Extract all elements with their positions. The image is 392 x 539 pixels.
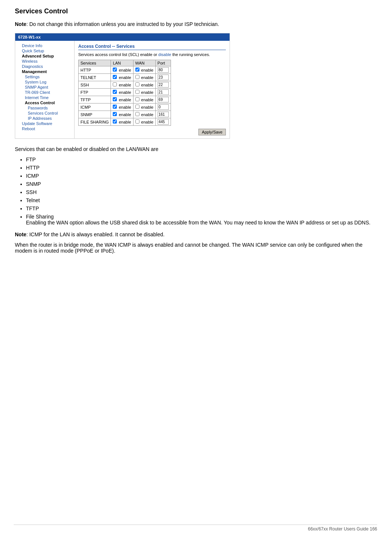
service-name: SSH bbox=[79, 81, 111, 89]
nav-quick-setup[interactable]: Quick Setup bbox=[15, 48, 74, 53]
wan-cell[interactable]: enable bbox=[133, 66, 155, 74]
router-nav: Device Info Quick Setup Advanced Setup W… bbox=[15, 41, 75, 138]
port-cell[interactable] bbox=[155, 103, 171, 111]
service-name: TFTP bbox=[79, 96, 111, 103]
lan-checkbox[interactable] bbox=[113, 90, 117, 94]
note-line-1: Note: Do not change this information unl… bbox=[15, 21, 377, 27]
wan-checkbox[interactable] bbox=[135, 105, 139, 109]
wan-label: enable bbox=[140, 83, 154, 87]
service-name: HTTP bbox=[79, 66, 111, 74]
apply-save-button[interactable]: Apply/Save bbox=[198, 129, 226, 135]
port-cell[interactable] bbox=[155, 89, 171, 96]
service-name: FILE SHARING bbox=[79, 118, 111, 126]
desc-end: the running services. bbox=[171, 52, 210, 57]
nav-management[interactable]: Management bbox=[15, 69, 74, 74]
nav-settings[interactable]: Settings bbox=[15, 74, 74, 79]
lan-label: enable bbox=[118, 90, 131, 95]
table-row: TFTP enable enable bbox=[79, 96, 171, 103]
wan-checkbox[interactable] bbox=[135, 112, 139, 116]
wan-label: enable bbox=[140, 112, 154, 117]
lan-cell[interactable]: enable bbox=[111, 89, 133, 96]
list-item: HTTP bbox=[26, 165, 377, 171]
wan-checkbox[interactable] bbox=[135, 75, 139, 79]
list-item: SSH bbox=[26, 189, 377, 195]
table-row: ICMP enable enable bbox=[79, 103, 171, 111]
lan-checkbox[interactable] bbox=[113, 68, 117, 72]
nav-wireless[interactable]: Wireless bbox=[15, 59, 74, 64]
lan-checkbox[interactable] bbox=[113, 82, 117, 86]
wan-cell[interactable]: enable bbox=[133, 103, 155, 111]
nav-services-control[interactable]: Services Control bbox=[15, 111, 74, 116]
nav-internet-time[interactable]: Internet Time bbox=[15, 95, 74, 100]
wan-checkbox[interactable] bbox=[135, 90, 139, 94]
page-title: Services Control bbox=[15, 7, 377, 15]
nav-snmp-agent[interactable]: SNMP Agent bbox=[15, 85, 74, 90]
lan-checkbox[interactable] bbox=[113, 105, 117, 109]
wan-label: enable bbox=[140, 68, 154, 72]
port-input[interactable] bbox=[158, 104, 169, 110]
port-input[interactable] bbox=[158, 67, 169, 73]
list-item: File SharingEnabling the WAN option allo… bbox=[26, 214, 377, 226]
wan-checkbox[interactable] bbox=[135, 82, 139, 86]
lan-label: enable bbox=[118, 83, 131, 87]
port-cell[interactable] bbox=[155, 81, 171, 89]
port-cell[interactable] bbox=[155, 96, 171, 103]
wan-checkbox[interactable] bbox=[135, 97, 139, 101]
nav-tr069[interactable]: TR-069 Client bbox=[15, 90, 74, 95]
list-item: Telnet bbox=[26, 197, 377, 203]
lan-label: enable bbox=[118, 105, 131, 109]
wan-cell[interactable]: enable bbox=[133, 81, 155, 89]
service-name: SNMP bbox=[79, 111, 111, 118]
lan-cell[interactable]: enable bbox=[111, 81, 133, 89]
port-cell[interactable] bbox=[155, 111, 171, 118]
port-input[interactable] bbox=[158, 82, 169, 88]
wan-cell[interactable]: enable bbox=[133, 111, 155, 118]
nav-diagnostics[interactable]: Diagnostics bbox=[15, 64, 74, 69]
port-cell[interactable] bbox=[155, 118, 171, 126]
note-text-1: : Do not change this information unless … bbox=[26, 21, 219, 27]
lan-cell[interactable]: enable bbox=[111, 74, 133, 81]
wan-cell[interactable]: enable bbox=[133, 96, 155, 103]
lan-cell[interactable]: enable bbox=[111, 111, 133, 118]
note-label-2: Note bbox=[15, 231, 26, 237]
port-input[interactable] bbox=[158, 119, 169, 125]
nav-device-info[interactable]: Device Info bbox=[15, 43, 74, 48]
port-input[interactable] bbox=[158, 89, 169, 95]
lan-checkbox[interactable] bbox=[113, 75, 117, 79]
wan-checkbox[interactable] bbox=[135, 68, 139, 72]
nav-system-log[interactable]: System Log bbox=[15, 79, 74, 85]
router-content: Access Control -- Services Services acce… bbox=[75, 41, 230, 138]
wan-cell[interactable]: enable bbox=[133, 89, 155, 96]
lan-cell[interactable]: enable bbox=[111, 118, 133, 126]
nav-advanced-setup[interactable]: Advanced Setup bbox=[15, 53, 74, 59]
lan-label: enable bbox=[118, 120, 131, 124]
nav-passwords[interactable]: Passwords bbox=[15, 105, 74, 111]
nav-access-control[interactable]: Access Control bbox=[15, 100, 74, 105]
service-name: TELNET bbox=[79, 74, 111, 81]
lan-cell[interactable]: enable bbox=[111, 66, 133, 74]
table-row: FTP enable enable bbox=[79, 89, 171, 96]
lan-checkbox[interactable] bbox=[113, 97, 117, 101]
nav-update-software[interactable]: Update Software bbox=[15, 121, 74, 126]
lan-cell[interactable]: enable bbox=[111, 96, 133, 103]
port-input[interactable] bbox=[158, 75, 169, 80]
note-text-2: : ICMP for the LAN is always enabled. It… bbox=[26, 231, 165, 237]
wan-checkbox[interactable] bbox=[135, 119, 139, 124]
port-cell[interactable] bbox=[155, 66, 171, 74]
lan-cell[interactable]: enable bbox=[111, 103, 133, 111]
port-input[interactable] bbox=[158, 112, 169, 117]
lan-checkbox[interactable] bbox=[113, 119, 117, 124]
wan-label: enable bbox=[140, 120, 154, 124]
wan-cell[interactable]: enable bbox=[133, 74, 155, 81]
intro-text: Services that can be enabled or disabled… bbox=[15, 146, 377, 152]
port-input[interactable] bbox=[158, 97, 169, 102]
nav-ip-addresses[interactable]: IP Addresses bbox=[15, 116, 74, 121]
nav-reboot[interactable]: Reboot bbox=[15, 126, 74, 131]
lan-label: enable bbox=[118, 98, 131, 102]
port-cell[interactable] bbox=[155, 74, 171, 81]
desc-link: disable bbox=[158, 52, 171, 57]
content-desc: Services access control list (SCL) enabl… bbox=[78, 52, 226, 57]
wan-cell[interactable]: enable bbox=[133, 118, 155, 126]
lan-checkbox[interactable] bbox=[113, 112, 117, 116]
wan-label: enable bbox=[140, 90, 154, 95]
